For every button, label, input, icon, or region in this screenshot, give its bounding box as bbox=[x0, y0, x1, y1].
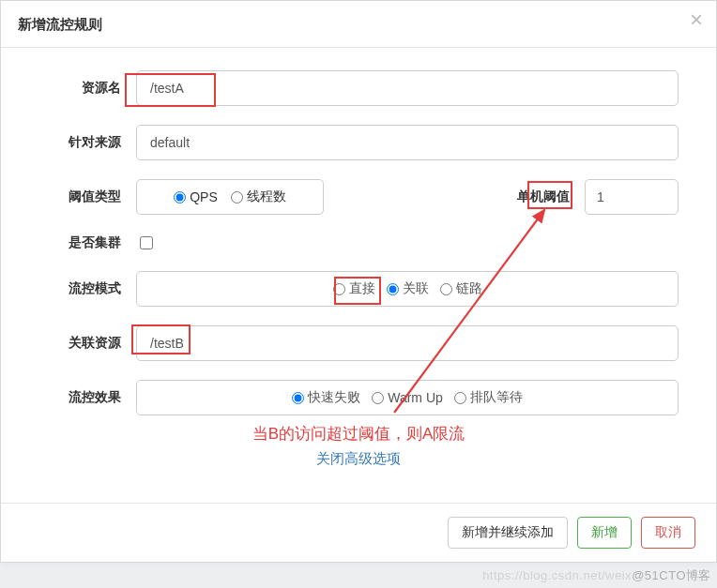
row-flow-effect: 流控效果 快速失败 Warm Up 排队等待 bbox=[38, 380, 679, 415]
modal-footer: 新增并继续添加 新增 取消 bbox=[1, 503, 716, 562]
row-flow-mode: 流控模式 直接 关联 链路 bbox=[38, 271, 679, 307]
collapse-advanced-link[interactable]: 关闭高级选项 bbox=[38, 450, 679, 468]
resource-field-wrap bbox=[136, 70, 679, 106]
radio-fail-fast-input[interactable] bbox=[292, 392, 304, 404]
resource-input[interactable] bbox=[148, 80, 666, 97]
watermark-faint: https://blog.csdn.net/weix bbox=[482, 568, 632, 582]
flow-effect-box: 快速失败 Warm Up 排队等待 bbox=[136, 380, 679, 415]
cluster-checkbox[interactable] bbox=[140, 236, 153, 249]
label-limit-app: 针对来源 bbox=[38, 134, 121, 151]
row-cluster: 是否集群 bbox=[38, 234, 679, 252]
watermark: https://blog.csdn.net/weix@51CTO博客 bbox=[482, 567, 711, 584]
radio-chain-label: 链路 bbox=[456, 280, 482, 297]
radio-fail-fast[interactable]: 快速失败 bbox=[292, 389, 360, 406]
threshold-type-box: QPS 线程数 bbox=[136, 179, 324, 215]
ref-resource-input[interactable] bbox=[148, 335, 666, 352]
radio-fail-fast-label: 快速失败 bbox=[308, 389, 360, 406]
flow-mode-box: 直接 关联 链路 bbox=[136, 271, 679, 307]
row-limit-app: 针对来源 bbox=[38, 125, 679, 160]
radio-direct-label: 直接 bbox=[349, 280, 375, 297]
radio-threads-input[interactable] bbox=[231, 191, 243, 204]
modal-body: 资源名 针对来源 阈值类型 QPS bbox=[1, 48, 716, 489]
limit-app-input[interactable] bbox=[148, 134, 666, 151]
watermark-text: @51CTO博客 bbox=[632, 568, 711, 582]
radio-relate-label: 关联 bbox=[403, 280, 429, 297]
radio-qps-label: QPS bbox=[190, 189, 218, 204]
radio-queue-input[interactable] bbox=[454, 392, 466, 404]
limit-app-field-wrap bbox=[136, 125, 679, 160]
radio-warm-up[interactable]: Warm Up bbox=[372, 390, 443, 405]
radio-direct[interactable]: 直接 bbox=[333, 280, 375, 297]
row-resource: 资源名 bbox=[38, 70, 679, 106]
ref-resource-box bbox=[136, 325, 679, 361]
annotation-note: 当B的访问超过阈值，则A限流 bbox=[38, 423, 679, 445]
row-ref-resource: 关联资源 bbox=[38, 325, 679, 361]
radio-qps-input[interactable] bbox=[174, 191, 186, 204]
row-threshold: 阈值类型 QPS 线程数 单机阈值 bbox=[38, 179, 679, 215]
modal-header: 新增流控规则 × bbox=[1, 1, 716, 48]
modal-title: 新增流控规则 bbox=[18, 16, 102, 32]
label-flow-mode: 流控模式 bbox=[38, 280, 121, 297]
radio-warm-up-label: Warm Up bbox=[388, 390, 443, 405]
add-button[interactable]: 新增 bbox=[577, 517, 632, 549]
add-and-continue-button[interactable]: 新增并继续添加 bbox=[448, 517, 568, 549]
radio-direct-input[interactable] bbox=[333, 283, 345, 295]
radio-relate-input[interactable] bbox=[387, 283, 399, 295]
cancel-button[interactable]: 取消 bbox=[641, 517, 695, 549]
label-resource: 资源名 bbox=[38, 80, 121, 97]
label-flow-effect: 流控效果 bbox=[38, 389, 121, 406]
label-single-threshold: 单机阈值 bbox=[517, 188, 570, 205]
radio-queue[interactable]: 排队等待 bbox=[454, 389, 523, 406]
radio-threads[interactable]: 线程数 bbox=[231, 188, 286, 205]
modal-dialog: 新增流控规则 × 资源名 针对来源 阈值类型 QPS bbox=[0, 0, 717, 563]
single-threshold-box bbox=[585, 179, 679, 215]
label-ref-resource: 关联资源 bbox=[38, 335, 121, 352]
label-cluster: 是否集群 bbox=[38, 234, 121, 251]
radio-warm-up-input[interactable] bbox=[372, 392, 384, 404]
label-threshold-type: 阈值类型 bbox=[38, 188, 121, 205]
radio-threads-label: 线程数 bbox=[247, 188, 286, 205]
radio-chain-input[interactable] bbox=[440, 283, 452, 295]
radio-chain[interactable]: 链路 bbox=[440, 280, 482, 297]
single-threshold-input[interactable] bbox=[595, 188, 668, 205]
radio-queue-label: 排队等待 bbox=[470, 389, 523, 406]
radio-qps[interactable]: QPS bbox=[174, 189, 218, 204]
radio-relate[interactable]: 关联 bbox=[387, 280, 429, 297]
close-icon[interactable]: × bbox=[690, 8, 703, 31]
